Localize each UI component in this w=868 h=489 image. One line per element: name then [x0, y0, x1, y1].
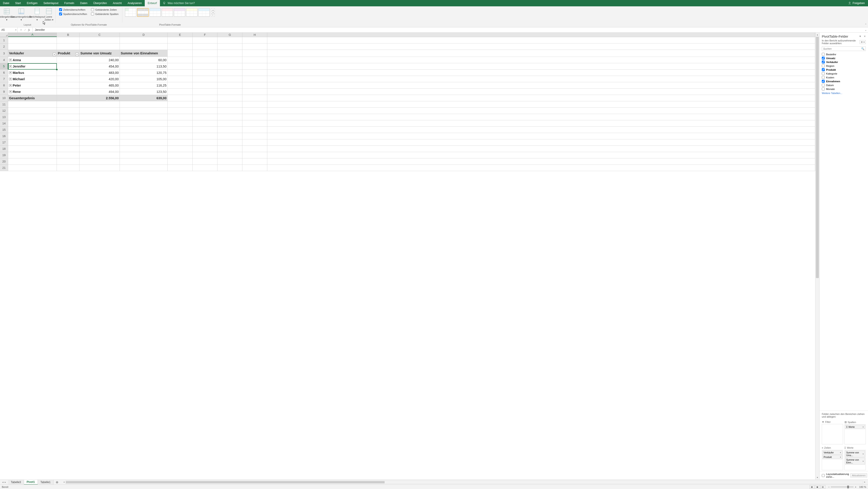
field-checkbox[interactable] [822, 80, 825, 83]
tab-daten[interactable]: Daten [77, 0, 90, 6]
field-item[interactable]: Bestellnr [822, 52, 866, 56]
values-area[interactable]: ΣWerte Summe von Ums...▼ Summe von Einn.… [844, 446, 866, 470]
row-header[interactable]: 1 [0, 37, 8, 43]
field-checkbox[interactable] [822, 53, 825, 56]
filter-dropdown-icon[interactable]: ▼ [75, 53, 79, 56]
gallery-up-button[interactable]: ▲ [211, 8, 215, 11]
row-header[interactable]: 19 [0, 152, 8, 158]
row-header[interactable]: 21 [0, 165, 8, 171]
gallery-more-button[interactable]: ▾ [211, 14, 215, 17]
pivot-value[interactable]: 116,25 [120, 82, 167, 89]
pivot-value[interactable]: 494,00 [80, 89, 120, 95]
tab-entwurf[interactable]: Entwurf [145, 0, 160, 6]
field-item[interactable]: Kategorie [822, 71, 866, 75]
hscroll-right[interactable]: ► [864, 481, 866, 483]
pivot-value[interactable]: 454,00 [80, 63, 120, 69]
area-chip[interactable]: Summe von Einn...▼ [845, 458, 865, 464]
pivot-row-label[interactable]: +Michael [8, 76, 57, 82]
field-checkbox[interactable] [822, 84, 825, 87]
update-button[interactable]: Aktualisieren [850, 473, 867, 478]
field-item[interactable]: Datum [822, 83, 866, 87]
gear-icon[interactable]: ⚙ ▾ [860, 40, 866, 44]
select-all-corner[interactable] [0, 33, 8, 37]
zoom-knob[interactable] [847, 486, 849, 488]
more-tables-link[interactable]: Weitere Tabellen... [819, 91, 868, 95]
expand-icon[interactable]: + [9, 84, 12, 87]
area-chip[interactable]: Summe von Ums...▼ [845, 451, 865, 457]
pivot-value[interactable]: 240,00 [80, 57, 120, 63]
pivot-row-label[interactable]: +Rene [8, 89, 57, 95]
grandtotals-button[interactable]: Gesamtergebnisse▾ [13, 7, 30, 21]
hscroll-left[interactable]: ◄ [63, 481, 65, 483]
formula-input[interactable]: Jennifer [33, 27, 864, 32]
row-header[interactable]: 9 [0, 89, 8, 95]
column-header-d[interactable]: D [120, 33, 167, 37]
field-checkbox[interactable] [822, 64, 825, 67]
pivot-value[interactable]: 60,00 [120, 57, 167, 63]
row-header[interactable]: 15 [0, 127, 8, 133]
column-header-g[interactable]: G [217, 33, 242, 37]
pivottable-styles-gallery[interactable]: ▲ ▼ ▾ [124, 7, 216, 17]
row-header[interactable]: 13 [0, 114, 8, 120]
row-header[interactable]: 14 [0, 120, 8, 127]
vertical-scrollbar[interactable]: ▲ ▼ [815, 33, 819, 480]
field-search[interactable]: 🔍 [822, 47, 866, 51]
name-box[interactable]: A5▼ [0, 27, 18, 32]
pivot-header-produkt[interactable]: Produkt▼ [57, 50, 80, 57]
zoom-level[interactable]: 180 % [859, 486, 866, 488]
add-sheet-button[interactable]: ⊕ [54, 480, 61, 484]
area-chip[interactable]: Verkäufer▼ [823, 451, 842, 455]
fieldpane-dropdown-icon[interactable]: ▼ [859, 35, 862, 38]
colheaders-checkbox[interactable]: Spaltenüberschriften [59, 12, 87, 16]
sheet-tab[interactable]: Tabelle1 [38, 480, 54, 485]
row-header[interactable]: 16 [0, 133, 8, 140]
pivot-header-verkaufer[interactable]: Verkäufer▼ [8, 50, 57, 57]
pivot-value[interactable]: 465,00 [80, 82, 120, 89]
field-item[interactable]: Produkt [822, 68, 866, 71]
field-item[interactable]: Einnahmen [822, 79, 866, 83]
fieldpane-close-icon[interactable]: ✕ [864, 35, 866, 38]
bandedrows-checkbox[interactable]: Gebänderte Zeilen [91, 8, 119, 11]
reportlayout-button[interactable]: Berichtslayout▾ [30, 7, 44, 21]
pivot-row-label[interactable]: +Jennifer [8, 63, 57, 69]
bandedcols-checkbox[interactable]: Gebänderte Spalten [91, 12, 119, 16]
horizontal-scrollbar[interactable] [66, 481, 863, 484]
style-thumb[interactable] [174, 8, 185, 17]
column-header-h[interactable]: H [242, 33, 267, 37]
hscroll-thumb[interactable] [66, 481, 384, 483]
zoom-out-button[interactable]: − [828, 486, 830, 488]
column-header-c[interactable]: C [80, 33, 120, 37]
row-header[interactable]: 7 [0, 76, 8, 82]
field-checkbox[interactable] [822, 57, 825, 60]
row-header[interactable]: 10 [0, 95, 8, 101]
column-header-b[interactable]: B [57, 33, 80, 37]
pivot-row-label[interactable]: +Anna [8, 57, 57, 63]
expand-icon[interactable]: + [9, 59, 12, 61]
row-header[interactable]: 8 [0, 82, 8, 89]
row-header[interactable]: 18 [0, 146, 8, 152]
style-thumb[interactable] [198, 8, 210, 17]
field-item[interactable]: Region [822, 64, 866, 68]
subtotals-button[interactable]: Teilergebnisse▾ [1, 7, 12, 21]
tab-formeln[interactable]: Formeln [61, 0, 77, 6]
pivot-value[interactable]: 120,75 [120, 69, 167, 76]
tab-ueberpruefen[interactable]: Überprüfen [90, 0, 110, 6]
zoom-in-button[interactable]: + [855, 486, 856, 488]
share-button[interactable]: Freigeben [845, 0, 868, 6]
cancel-icon[interactable]: ✕ [20, 28, 22, 31]
pivot-row-label[interactable]: +Markus [8, 69, 57, 76]
pivot-total-value[interactable]: 639,00 [120, 95, 167, 101]
sheet-nav-next[interactable]: ► [4, 481, 6, 483]
gallery-down-button[interactable]: ▼ [211, 11, 215, 14]
scroll-up-button[interactable]: ▲ [815, 33, 819, 37]
filter-dropdown-icon[interactable]: ▼ [53, 53, 56, 56]
style-thumb[interactable] [186, 8, 197, 17]
worksheet-grid[interactable]: A B C D E F G H 1 2 3 Verkäufer▼ Produkt… [0, 33, 815, 480]
row-header[interactable]: 5 [0, 63, 8, 69]
column-header-f[interactable]: F [192, 33, 217, 37]
row-header[interactable]: 4 [0, 57, 8, 63]
fill-handle[interactable] [56, 69, 58, 70]
field-item[interactable]: Kosten [822, 75, 866, 79]
tab-ansicht[interactable]: Ansicht [110, 0, 125, 6]
expand-icon[interactable]: + [9, 90, 12, 93]
